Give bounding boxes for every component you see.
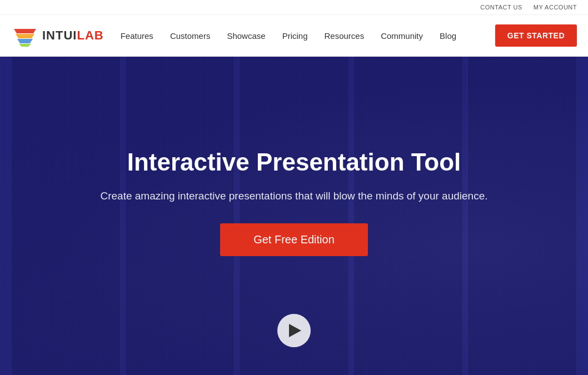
hero-content: Interactive Presentation Tool Create ama… <box>78 148 510 284</box>
get-started-button[interactable]: GET STARTED <box>495 24 577 47</box>
svg-marker-1 <box>16 34 34 38</box>
logo-text: INTUILAB <box>42 28 104 43</box>
nav-item-pricing[interactable]: Pricing <box>282 31 308 41</box>
nav-item-customers[interactable]: Customers <box>170 31 211 41</box>
contact-us-link[interactable]: CONTACT US <box>480 4 522 11</box>
navbar: INTUILAB Features Customers Showcase Pri… <box>0 15 588 57</box>
my-account-link[interactable]: MY ACCOUNT <box>534 4 577 11</box>
svg-marker-3 <box>19 44 31 47</box>
svg-marker-0 <box>14 29 36 33</box>
nav-links: Features Customers Showcase Pricing Reso… <box>121 31 495 41</box>
utility-bar: CONTACT US MY ACCOUNT <box>0 0 588 15</box>
svg-marker-2 <box>17 39 33 43</box>
nav-item-resources[interactable]: Resources <box>324 31 364 41</box>
play-button[interactable] <box>277 314 311 347</box>
nav-item-community[interactable]: Community <box>381 31 423 41</box>
hero-subtitle: Create amazing interactive presentations… <box>100 188 487 204</box>
free-edition-button[interactable]: Get Free Edition <box>220 223 368 256</box>
logo[interactable]: INTUILAB <box>11 24 104 47</box>
nav-item-features[interactable]: Features <box>121 31 153 41</box>
hero-section: Interactive Presentation Tool Create ama… <box>0 57 588 375</box>
nav-item-blog[interactable]: Blog <box>440 31 456 41</box>
nav-item-showcase[interactable]: Showcase <box>227 31 265 41</box>
hero-title: Interactive Presentation Tool <box>100 148 487 177</box>
